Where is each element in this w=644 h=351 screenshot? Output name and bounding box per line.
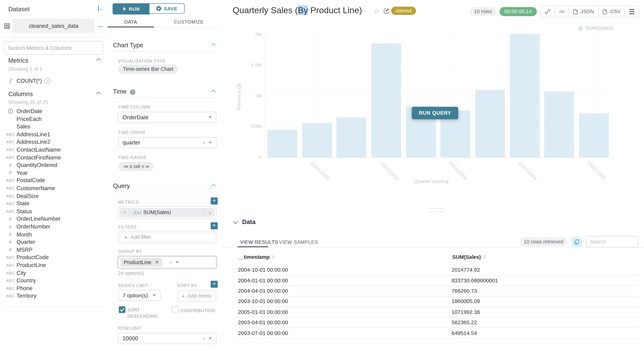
column-item-addressline1[interactable]: ABCAddressLine1: [0, 130, 108, 138]
dataset-options-icon[interactable]: •••: [98, 24, 103, 28]
column-item-customername[interactable]: ABCCustomerName: [0, 184, 108, 192]
time-column-select[interactable]: OrderDate: [118, 112, 216, 123]
copy-data-button[interactable]: [572, 237, 582, 247]
page-title: Quarterly Sales (By Product Line): [233, 5, 362, 15]
copy-link-button[interactable]: [540, 6, 555, 17]
chevron-up-icon[interactable]: [96, 92, 101, 96]
group-by-select[interactable]: ProductLine ✕ ×: [118, 256, 216, 268]
cell-timestamp: 2005-01-01 00:00:00: [237, 309, 452, 315]
column-item-contactfirstname[interactable]: ABCContactFirstName: [0, 154, 108, 161]
column-item-quantityordered[interactable]: #QuantityOrdered: [0, 161, 108, 169]
column-item-priceeach[interactable]: PriceEach: [0, 115, 108, 123]
column-item-ordernumber[interactable]: #OrderNumber: [0, 223, 108, 230]
visualization-type-value[interactable]: Time-series Bar Chart: [118, 64, 178, 74]
column-item-addressline2[interactable]: ABCAddressLine2: [0, 138, 108, 146]
chart-legend[interactable]: SUM(Sales): [578, 25, 613, 31]
column-item-month[interactable]: #Month: [0, 230, 108, 238]
x-tick-label: 04/01/2005: [587, 161, 607, 181]
clear-icon[interactable]: ×: [202, 336, 206, 341]
clear-icon[interactable]: ×: [169, 260, 172, 265]
add-filter-button[interactable]: +: [211, 222, 218, 229]
collapse-data-icon[interactable]: [233, 219, 238, 224]
tab-customize[interactable]: CUSTOMIZE: [154, 16, 224, 27]
column-item-country[interactable]: ABCCountry: [0, 277, 108, 284]
table-header-sum-sales[interactable]: SUM(Sales): [452, 254, 486, 260]
column-item-productcode[interactable]: ABCProductCode: [0, 254, 108, 262]
dataset-panel-title: Dataset: [8, 5, 30, 12]
x-axis-line: [265, 157, 611, 158]
column-item-sales[interactable]: Sales: [0, 123, 108, 130]
dataset-name-pill[interactable]: cleaned_sales_data: [13, 18, 94, 33]
column-item-dealsize[interactable]: ABCDealSize: [0, 192, 108, 200]
export-csv-button[interactable]: .CSV: [598, 6, 625, 17]
chevron-up-icon[interactable]: [96, 58, 101, 63]
column-item-territory[interactable]: ABCTerritory: [0, 292, 108, 300]
superset-explore-page: Dataset ← cleaned_sales_data ••• Metrics…: [0, 0, 644, 351]
column-item-year[interactable]: #Year: [0, 169, 108, 177]
collapse-sidebar-icon[interactable]: ←: [98, 6, 105, 11]
remove-metric-icon[interactable]: ×: [120, 210, 130, 215]
table-row[interactable]: 2003-04-01 00:00:00562365.22: [237, 317, 638, 328]
column-item-orderdate[interactable]: OrderDate: [0, 107, 108, 115]
contribution-label: CONTRIBUTION: [180, 308, 215, 314]
table-row[interactable]: 2005-01-01 00:00:001071992.36: [237, 306, 638, 318]
add-sort-metric-button[interactable]: +: [211, 281, 218, 288]
chevron-up-icon[interactable]: [211, 43, 216, 48]
row-limit-select[interactable]: 10000 ×: [118, 333, 216, 344]
edit-title-icon[interactable]: [384, 8, 390, 15]
export-json-button[interactable]: .JSON: [569, 6, 598, 17]
sort-descending-checkbox[interactable]: [119, 306, 125, 313]
tab-data[interactable]: DATA: [108, 16, 154, 27]
add-filter-dropzone[interactable]: + Add filter: [118, 231, 216, 244]
divider: [0, 37, 108, 38]
chevron-down-icon: [153, 294, 156, 296]
column-item-productline[interactable]: ABCProductLine: [0, 261, 108, 269]
plus-circle-icon: [156, 6, 161, 11]
favorite-star-icon[interactable]: ☆: [373, 6, 380, 15]
column-item-status[interactable]: ABCStatus: [0, 208, 108, 215]
group-by-tag[interactable]: ProductLine ✕: [120, 258, 162, 267]
column-item-phone[interactable]: ABCPhone: [0, 284, 108, 292]
contribution-checkbox[interactable]: [172, 306, 178, 313]
column-item-postalcode[interactable]: ABCPostalCode: [0, 176, 108, 184]
table-row[interactable]: 2004-01-01 00:00:00833730.680000001: [237, 275, 638, 286]
data-search-input[interactable]: [586, 236, 638, 248]
remove-tag-icon[interactable]: ✕: [155, 260, 159, 265]
column-item-quarter[interactable]: #Quarter: [0, 238, 108, 246]
time-grain-select[interactable]: quarter ×: [118, 137, 216, 148]
chevron-up-icon[interactable]: [211, 184, 216, 188]
search-input[interactable]: [4, 41, 104, 55]
add-metric-button[interactable]: +: [211, 198, 218, 204]
metric-item[interactable]: ƒ COUNT(*) ?: [0, 77, 108, 85]
resize-handle[interactable]: [428, 208, 445, 212]
chevron-up-icon[interactable]: [211, 90, 216, 94]
tab-view-samples[interactable]: VIEW SAMPLES: [279, 239, 318, 245]
column-item-city[interactable]: ABCCity: [0, 269, 108, 277]
column-item-orderlinenumber[interactable]: #OrderLineNumber: [0, 215, 108, 223]
number-type-icon: #: [9, 216, 12, 222]
metric-pill[interactable]: × ƒ(x) SUM(Sales) ›: [118, 206, 216, 219]
altered-badge[interactable]: Altered: [391, 6, 416, 15]
save-button[interactable]: SAVE: [149, 4, 185, 14]
table-row[interactable]: 2003-07-01 00:00:00649514.54: [237, 328, 638, 338]
series-limit-select[interactable]: 7 option(s): [118, 290, 161, 301]
tab-view-results[interactable]: VIEW RESULTS: [240, 239, 278, 245]
run-query-button[interactable]: RUN QUERY: [412, 107, 458, 119]
run-button[interactable]: RUN: [112, 4, 150, 14]
time-range-value[interactable]: -∞ ≤ col < ∞: [118, 162, 154, 171]
column-item-contactlastname[interactable]: ABCContactLastName: [0, 146, 108, 154]
chart-menu-button[interactable]: [625, 6, 639, 17]
header-actions: 10 rows 00:00:00.14 </> .JSON .CSV: [470, 6, 639, 17]
column-item-state[interactable]: ABCState: [0, 200, 108, 208]
table-row[interactable]: 2003-10-01 00:00:001860005.09: [237, 296, 638, 307]
chevron-right-icon[interactable]: ›: [204, 209, 215, 216]
clear-icon[interactable]: ×: [202, 140, 206, 145]
embed-code-button[interactable]: </>: [555, 6, 569, 17]
table-row[interactable]: 2004-04-01 00:00:00766260.73: [237, 286, 638, 296]
column-item-msrp[interactable]: #MSRP: [0, 246, 108, 254]
bar-2003-07-01: [336, 118, 366, 157]
table-header-timestamp[interactable]: __timestamp: [238, 254, 274, 260]
sort-by-dropzone[interactable]: + Add metric: [177, 290, 217, 302]
table-row[interactable]: 2004-10-01 00:00:002014774.92: [237, 264, 638, 276]
number-type-icon: #: [9, 224, 12, 230]
